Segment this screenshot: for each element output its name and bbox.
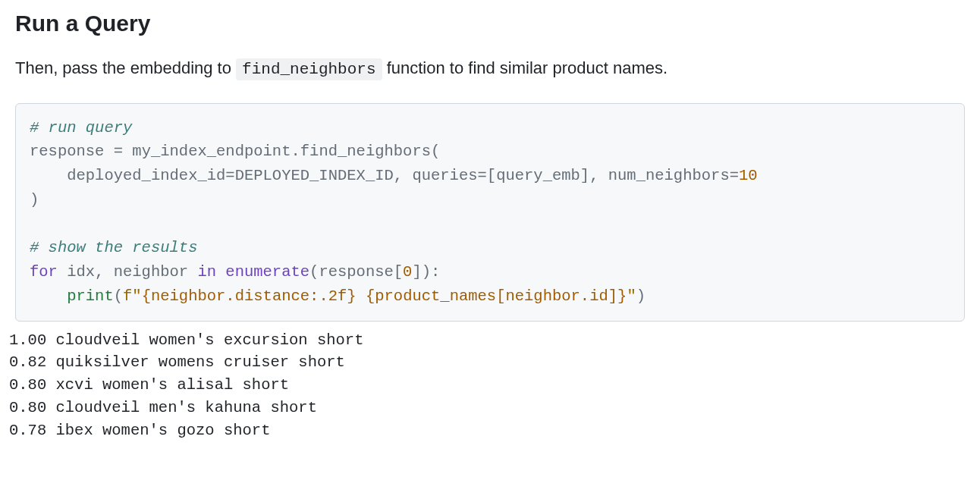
section-heading: Run a Query: [15, 6, 965, 40]
code-token: ): [636, 287, 645, 305]
output-line: 0.80 xcvi women's alisal short: [9, 376, 289, 394]
code-token: my_index_endpoint: [123, 143, 291, 160]
output-block: 1.00 cloudveil women's excursion short 0…: [9, 329, 965, 442]
code-token: [216, 263, 225, 281]
code-string: f": [123, 287, 142, 305]
code-string: [357, 287, 366, 305]
code-keyword: for: [30, 263, 58, 281]
code-token: .: [291, 143, 300, 160]
code-block-container: # run query response = my_index_endpoint…: [15, 103, 965, 322]
code-token: [query_emb], num_neighbors: [487, 167, 730, 184]
code-token: find_neighbors(: [300, 143, 441, 160]
code-token: =: [730, 167, 739, 184]
code-number: 0: [403, 263, 412, 281]
code-builtin: enumerate: [225, 263, 309, 281]
code-token: DEPLOYED_INDEX_ID, queries: [235, 167, 478, 184]
intro-suffix: function to find similar product names.: [382, 58, 668, 77]
code-string: ": [627, 287, 636, 305]
code-token: response: [30, 143, 114, 160]
code-token: (: [114, 287, 123, 305]
output-line: 0.82 quiksilver womens cruiser short: [9, 353, 345, 371]
code-token: [30, 287, 67, 305]
code-fstring: {product_names[neighbor.id]}: [366, 287, 627, 305]
code-keyword: in: [197, 263, 216, 281]
code-token: =: [478, 167, 487, 184]
code-token: ]):: [412, 263, 440, 281]
code-number: 10: [739, 167, 758, 184]
code-func: print: [67, 287, 114, 305]
output-line: 1.00 cloudveil women's excursion short: [9, 331, 363, 349]
code-token: =: [114, 143, 123, 160]
output-line: 0.78 ibex women's gozo short: [9, 422, 270, 439]
code-fstring: {neighbor.distance:.2f}: [142, 287, 357, 305]
code-block[interactable]: # run query response = my_index_endpoint…: [30, 116, 950, 309]
code-comment: # run query: [30, 119, 132, 137]
inline-code-find-neighbors: find_neighbors: [236, 58, 382, 80]
code-token: =: [225, 167, 234, 184]
output-line: 0.80 cloudveil men's kahuna short: [9, 399, 317, 416]
code-comment: # show the results: [30, 239, 197, 256]
code-token: deployed_index_id: [30, 167, 225, 184]
intro-paragraph: Then, pass the embedding to find_neighbo…: [15, 55, 965, 82]
intro-prefix: Then, pass the embedding to: [15, 58, 236, 77]
code-token: (response[: [309, 263, 403, 281]
code-token: ): [30, 191, 39, 209]
code-token: idx, neighbor: [58, 263, 198, 281]
